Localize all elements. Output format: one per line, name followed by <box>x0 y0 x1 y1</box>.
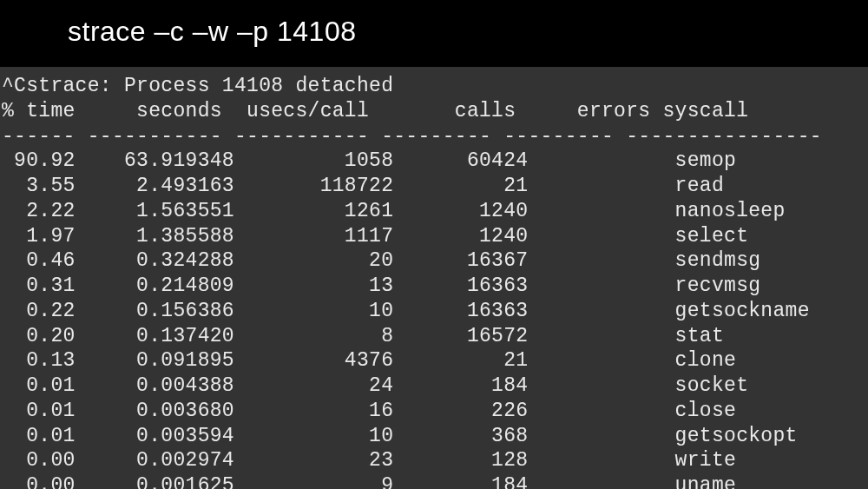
table-rows: 90.92 63.919348 1058 60424 semop 3.55 2.… <box>0 149 868 489</box>
table-row: 90.92 63.919348 1058 60424 semop <box>0 149 868 174</box>
table-row: 0.46 0.324288 20 16367 sendmsg <box>0 248 868 274</box>
table-row: 0.20 0.137420 8 16572 stat <box>0 324 868 349</box>
table-row: 3.55 2.493163 118722 21 read <box>0 174 868 199</box>
detached-message: ^Cstrace: Process 14108 detached <box>0 74 868 99</box>
table-row: 1.97 1.385588 1117 1240 select <box>0 224 868 249</box>
table-header: % time seconds usecs/call calls errors s… <box>0 99 868 124</box>
command-title: strace –c –w –p 14108 <box>0 0 868 67</box>
table-row: 0.00 0.002974 23 128 write <box>0 448 868 473</box>
table-row: 0.01 0.003594 10 368 getsockopt <box>0 424 868 449</box>
table-row: 0.13 0.091895 4376 21 clone <box>0 348 868 373</box>
table-row: 0.01 0.003680 16 226 close <box>0 399 868 424</box>
table-row: 0.22 0.156386 10 16363 getsockname <box>0 299 868 324</box>
table-row: 0.01 0.004388 24 184 socket <box>0 373 868 399</box>
table-row: 0.31 0.214809 13 16363 recvmsg <box>0 274 868 299</box>
table-row: 2.22 1.563551 1261 1240 nanosleep <box>0 199 868 224</box>
table-row: 0.00 0.001625 9 184 uname <box>0 473 868 489</box>
terminal-output: ^Cstrace: Process 14108 detached % time … <box>0 67 868 489</box>
table-divider: ------ ----------- ----------- ---------… <box>0 124 868 149</box>
